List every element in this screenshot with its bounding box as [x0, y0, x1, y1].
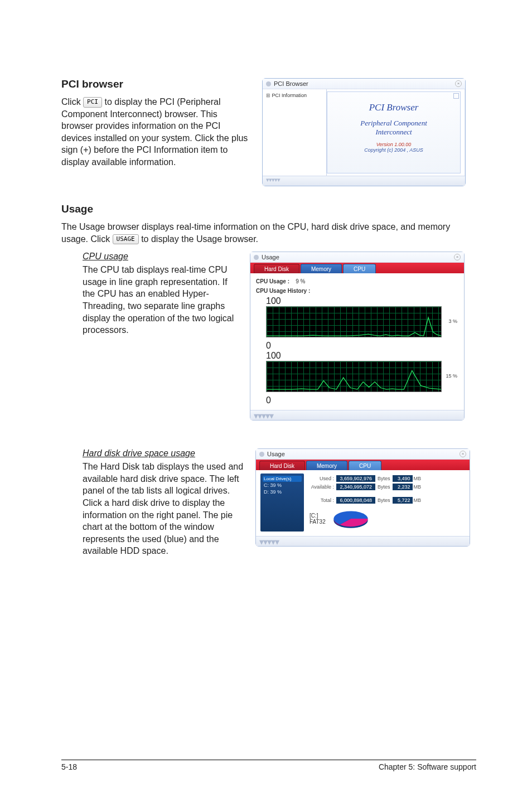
y0-1: 0	[266, 341, 271, 350]
grip-icon: ▾▾▾▾▾	[266, 176, 280, 183]
hd-usage-para: The Hard Disk tab displays the used and …	[83, 461, 244, 557]
cpu-usage-value: 9 %	[296, 278, 305, 284]
pci-window: PCI Browser × PCI Information PCI Browse…	[262, 78, 466, 186]
cpu-graph-1	[266, 306, 442, 337]
pci-sub1: Peripheral Component	[332, 119, 456, 128]
used-label: Used :	[309, 476, 336, 481]
pci-icon[interactable]: PCI	[83, 97, 102, 108]
bytes-unit: Bytes	[378, 497, 390, 503]
pci-main-title: PCI Browser	[332, 102, 456, 113]
bytes-unit: Bytes	[378, 476, 390, 481]
pci-paragraph: Click PCI to display the PCI (Peripheral…	[61, 96, 251, 168]
mb-unit: MB	[414, 484, 422, 490]
close-icon[interactable]: ×	[460, 451, 466, 457]
hd-usage-heading: Hard disk drive space usage	[83, 448, 244, 458]
tab-cpu[interactable]: CPU	[343, 264, 376, 273]
cpu-history-label: CPU Usage History :	[256, 288, 458, 294]
grip-icon: ▾▾▾▾▾	[259, 537, 279, 547]
tab-memory[interactable]: Memory	[306, 461, 347, 470]
hd-window-title: Usage	[267, 451, 285, 457]
cpu-window-titlebar: Usage ×	[250, 252, 464, 263]
total-label: Total :	[309, 497, 336, 503]
tab-memory[interactable]: Memory	[301, 264, 342, 273]
page-footer: 5-18 Chapter 5: Software support	[61, 760, 476, 771]
pci-tree-panel: PCI Information	[263, 89, 327, 176]
drive-list: Local Drive(s) C: 39 % D: 39 %	[260, 474, 304, 532]
app-dot-icon	[266, 81, 271, 86]
drive-label: [C:]	[309, 513, 326, 519]
y0-2: 0	[266, 395, 271, 405]
cpu-graph-2	[266, 361, 442, 392]
cpu-tabs: Hard Disk Memory CPU	[250, 263, 464, 273]
hd-pie-chart	[329, 506, 373, 532]
drive-details: Used : 3,659,902,976 Bytes 3,490 MB Avai…	[304, 474, 465, 532]
cpu-usage-para: The CPU tab displays real-time CPU usage…	[83, 264, 239, 336]
y100-1: 100	[266, 296, 281, 306]
pci-main-panel: PCI Browser Peripheral Component Interco…	[327, 91, 461, 173]
drive-c[interactable]: C: 39 %	[263, 482, 302, 489]
pci-tree-item[interactable]: PCI Information	[266, 93, 307, 98]
drive-d[interactable]: D: 39 %	[263, 489, 302, 495]
hd-usage-window: Usage × Hard Disk Memory CPU Local Drive…	[255, 448, 470, 547]
pci-para-a: Click	[61, 97, 83, 107]
bytes-unit: Bytes	[378, 484, 390, 490]
usage-intro-b: to display the Usage browser.	[141, 234, 258, 244]
tab-harddisk[interactable]: Hard Disk	[254, 264, 299, 273]
total-mb: 5,722	[393, 497, 413, 504]
pci-window-title: PCI Browser	[274, 80, 308, 87]
close-icon[interactable]: ×	[454, 254, 461, 260]
hd-window-titlebar: Usage ×	[256, 449, 470, 460]
cpu-usage-heading: CPU usage	[83, 252, 239, 262]
page-number: 5-18	[61, 762, 77, 771]
tab-cpu[interactable]: CPU	[349, 461, 381, 470]
pci-copyright: Copyright (c) 2004 , ASUS	[332, 147, 456, 153]
fs-label: FAT32	[309, 519, 326, 525]
hd-tabs: Hard Disk Memory CPU	[256, 460, 470, 470]
pci-sub2: Interconnect	[332, 128, 456, 137]
avail-label: Available :	[309, 484, 336, 490]
total-bytes: 6,000,898,048	[336, 497, 375, 504]
mb-unit: MB	[414, 497, 422, 503]
app-dot-icon	[259, 452, 264, 457]
avail-bytes: 2,340,995,072	[336, 484, 375, 490]
chapter-label: Chapter 5: Software support	[379, 762, 476, 771]
cpu-line-2	[267, 361, 441, 392]
cpu-usage-label: CPU Usage :	[256, 278, 289, 284]
avail-mb: 2,232	[393, 484, 413, 490]
drive-list-header: Local Drive(s)	[263, 476, 302, 482]
usage-heading: Usage	[61, 203, 476, 215]
cpu-line-1	[267, 307, 441, 337]
pci-window-titlebar: PCI Browser ×	[263, 79, 465, 89]
cpu-usage-window: Usage × Hard Disk Memory CPU CPU Usage :…	[250, 252, 465, 421]
mb-unit: MB	[414, 476, 422, 481]
tab-harddisk[interactable]: Hard Disk	[259, 461, 305, 470]
used-bytes: 3,659,902,976	[336, 475, 375, 482]
app-dot-icon	[254, 255, 259, 260]
pci-version: Version 1.00.00	[332, 142, 456, 147]
usage-intro: The Usage browser displays real-time inf…	[61, 221, 476, 245]
usage-icon[interactable]: USAGE	[113, 234, 139, 245]
used-mb: 3,490	[393, 475, 413, 482]
cpu-pct-2: 15 %	[446, 373, 457, 379]
grip-icon: ▾▾▾▾▾	[254, 411, 273, 421]
cpu-pct-1: 3 %	[448, 318, 457, 324]
pci-heading: PCI browser	[61, 78, 251, 90]
close-icon[interactable]: ×	[455, 80, 462, 87]
cpu-window-title: Usage	[262, 254, 279, 260]
y100-2: 100	[266, 351, 281, 360]
